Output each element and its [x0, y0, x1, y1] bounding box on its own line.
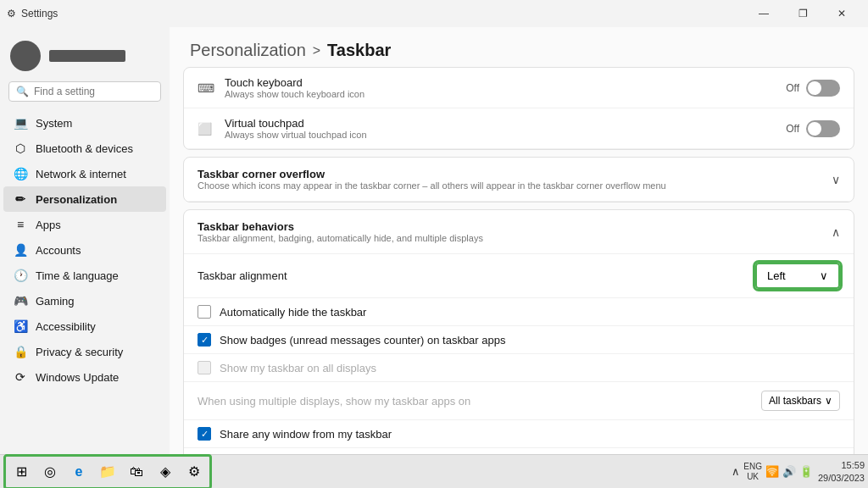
touch-keyboard-label: Touch keyboard: [225, 76, 776, 89]
show-badges-row: Show badges (unread messages counter) on…: [184, 326, 854, 354]
auto-hide-row: Automatically hide the taskbar: [184, 298, 854, 326]
virtual-touchpad-toggle[interactable]: [806, 120, 840, 137]
update-icon: ⟳: [14, 370, 27, 384]
sidebar-item-label: Time & language: [36, 269, 119, 282]
multi-display-value: All taskbars: [769, 395, 821, 407]
all-displays-checkbox[interactable]: [198, 361, 211, 374]
virtual-touchpad-icon: ⬜: [198, 122, 214, 136]
sidebar-item-network[interactable]: 🌐 Network & internet: [3, 161, 166, 186]
behaviors-chevron: ∧: [832, 225, 840, 239]
breadcrumb: Personalization > Taskbar: [170, 27, 868, 67]
bluetooth-icon: ⬡: [14, 141, 27, 155]
virtual-touchpad-toggle-area: Off: [786, 120, 840, 137]
tray-lang[interactable]: ENGUK: [743, 462, 762, 482]
behaviors-section-header[interactable]: Taskbar behaviors Taskbar alignment, bad…: [184, 210, 854, 254]
multi-display-label: When using multiple displays, show my ta…: [198, 395, 470, 408]
taskbar-start-button[interactable]: ⊞: [8, 458, 35, 485]
alignment-value: Left: [767, 269, 786, 282]
overflow-header-text: Taskbar corner overflow Choose which ico…: [198, 168, 666, 191]
show-badges-label: Show badges (unread messages counter) on…: [220, 334, 505, 347]
minimize-button[interactable]: —: [744, 0, 783, 27]
sidebar-item-update[interactable]: ⟳ Windows Update: [3, 364, 166, 390]
tray-battery-icon[interactable]: 🔋: [799, 465, 813, 478]
sidebar-item-label: Personalization: [36, 193, 117, 206]
taskbar-app-buttons: ⊞ ◎ e 📁 🛍 ◈ ⚙: [3, 454, 212, 489]
sidebar-item-privacy[interactable]: 🔒 Privacy & security: [3, 339, 166, 364]
network-icon: 🌐: [14, 167, 27, 180]
show-badges-checkbox[interactable]: [198, 333, 211, 347]
tray-speaker-icon[interactable]: 🔊: [782, 465, 796, 478]
taskbar-chrome-button[interactable]: ◎: [36, 458, 64, 485]
close-button[interactable]: ✕: [822, 0, 861, 27]
personalization-icon: ✏: [14, 192, 27, 206]
sidebar: 🔍 💻 System ⬡ Bluetooth & devices 🌐 Netwo…: [0, 27, 170, 454]
sidebar-item-accounts[interactable]: 👤 Accounts: [3, 237, 166, 263]
taskbar-right: ∧ ENGUK 🛜 🔊 🔋 15:59 29/03/2023: [732, 459, 865, 484]
search-box[interactable]: 🔍: [8, 81, 161, 102]
restore-button[interactable]: ❐: [783, 0, 822, 27]
auto-hide-label: Automatically hide the taskbar: [220, 306, 366, 319]
settings-icon: ⚙: [7, 8, 16, 19]
far-corner-row: Select the far corner of the taskbar to …: [184, 448, 854, 454]
taskbar-edge-button[interactable]: e: [65, 458, 92, 485]
toggle-items-section: ⌨ Touch keyboard Always show touch keybo…: [183, 67, 854, 150]
auto-hide-checkbox[interactable]: [198, 305, 211, 319]
touch-keyboard-toggle-area: Off: [786, 80, 840, 97]
sidebar-item-personalization[interactable]: ✏ Personalization: [3, 186, 166, 212]
all-displays-label: Show my taskbar on all displays: [220, 362, 376, 374]
touch-keyboard-item: ⌨ Touch keyboard Always show touch keybo…: [184, 68, 854, 108]
tray-wifi-icon[interactable]: 🛜: [765, 465, 779, 478]
touch-keyboard-desc: Always show touch keyboard icon: [225, 89, 776, 99]
sidebar-item-bluetooth[interactable]: ⬡ Bluetooth & devices: [3, 136, 166, 161]
title-bar-left: ⚙ Settings: [7, 8, 58, 19]
taskbar-app1-button[interactable]: ◈: [152, 458, 179, 485]
touch-keyboard-toggle[interactable]: [806, 80, 840, 97]
share-window-checkbox[interactable]: [198, 427, 211, 441]
title-bar: ⚙ Settings — ❐ ✕: [0, 0, 868, 27]
sidebar-item-apps[interactable]: ≡ Apps: [3, 212, 166, 237]
clock[interactable]: 15:59 29/03/2023: [818, 459, 865, 484]
virtual-touchpad-label: Virtual touchpad: [225, 117, 776, 130]
title-bar-controls: — ❐ ✕: [744, 0, 861, 27]
breadcrumb-parent: Personalization: [190, 41, 306, 60]
all-displays-row: Show my taskbar on all displays: [184, 354, 854, 382]
overflow-section-header[interactable]: Taskbar corner overflow Choose which ico…: [184, 158, 854, 202]
search-input[interactable]: [34, 86, 153, 97]
sidebar-item-label: System: [36, 117, 72, 130]
tray-up-arrow[interactable]: ∧: [732, 465, 740, 478]
breadcrumb-arrow: >: [313, 43, 320, 58]
sidebar-item-time[interactable]: 🕐 Time & language: [3, 263, 166, 288]
time-icon: 🕐: [14, 269, 27, 282]
alignment-row: Taskbar alignment Left ∨: [184, 254, 854, 298]
accounts-icon: 👤: [14, 243, 27, 257]
sidebar-item-gaming[interactable]: 🎮 Gaming: [3, 288, 166, 313]
multi-display-chevron: ∨: [825, 395, 832, 407]
taskbar-settings-button[interactable]: ⚙: [181, 458, 208, 485]
share-window-row: Share any window from my taskbar: [184, 420, 854, 448]
clock-time: 15:59: [818, 459, 865, 471]
app-body: 🔍 💻 System ⬡ Bluetooth & devices 🌐 Netwo…: [0, 27, 868, 454]
virtual-touchpad-state: Off: [786, 123, 799, 135]
alignment-chevron: ∨: [820, 269, 828, 282]
system-tray: ∧ ENGUK 🛜 🔊 🔋: [732, 462, 813, 482]
alignment-dropdown[interactable]: Left ∨: [755, 263, 840, 289]
sidebar-item-label: Accessibility: [36, 320, 96, 333]
sidebar-item-label: Accounts: [36, 244, 81, 257]
taskbar-store-button[interactable]: 🛍: [123, 458, 150, 485]
overflow-section: Taskbar corner overflow Choose which ico…: [183, 157, 854, 202]
accessibility-icon: ♿: [14, 319, 27, 333]
taskbar-folder-button[interactable]: 📁: [94, 458, 121, 485]
behaviors-section: Taskbar behaviors Taskbar alignment, bad…: [183, 209, 854, 454]
alignment-label: Taskbar alignment: [198, 269, 287, 282]
sidebar-item-accessibility[interactable]: ♿ Accessibility: [3, 313, 166, 339]
system-icon: 💻: [14, 116, 27, 130]
content-area: Personalization > Taskbar ⌨ Touch keyboa…: [170, 27, 868, 454]
apps-icon: ≡: [14, 218, 27, 231]
clock-date: 29/03/2023: [818, 472, 865, 484]
avatar: [10, 41, 41, 71]
multi-display-dropdown[interactable]: All taskbars ∨: [761, 391, 840, 411]
touch-keyboard-state: Off: [786, 82, 799, 94]
overflow-chevron: ∨: [832, 173, 840, 186]
title-bar-title: Settings: [21, 8, 58, 19]
sidebar-item-system[interactable]: 💻 System: [3, 110, 166, 136]
